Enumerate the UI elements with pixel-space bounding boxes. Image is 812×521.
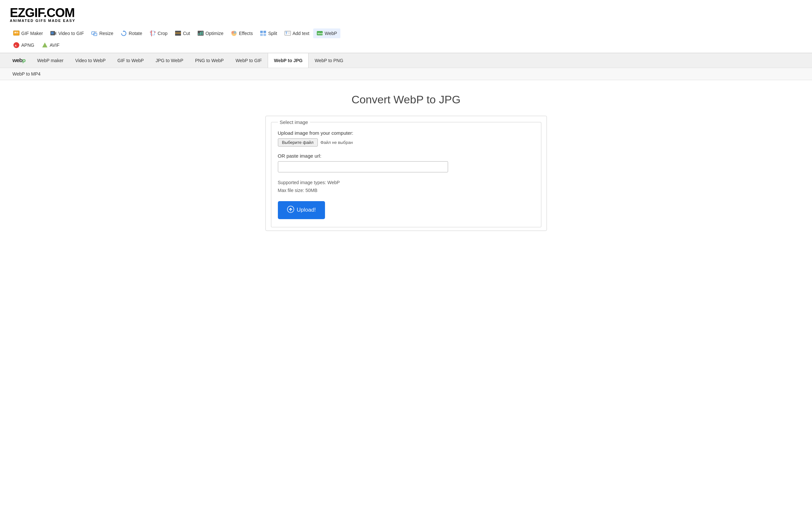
avif-icon — [42, 42, 48, 48]
svg-rect-2 — [17, 32, 18, 33]
upload-from-computer-label: Upload image from your computer: — [278, 130, 534, 136]
upload-box: Select image Upload image from your comp… — [265, 116, 547, 231]
main-content: Convert WebP to JPG Select image Upload … — [249, 80, 563, 244]
nav-add-text-label: Add text — [292, 31, 309, 36]
webp-tab-maker-label: WebP maker — [37, 58, 63, 63]
logo-subtitle: ANIMATED GIFS MADE EASY — [10, 19, 802, 23]
webp-logo-text: webp — [13, 57, 25, 64]
svg-rect-5 — [51, 32, 54, 35]
nav-avif[interactable]: AVIF — [38, 40, 63, 50]
nav-crop[interactable]: Crop — [146, 28, 171, 38]
webp-tab-video-to-webp-label: Video to WebP — [75, 58, 106, 63]
choose-file-button[interactable]: Выберите файл — [278, 138, 318, 146]
split-icon — [260, 30, 266, 37]
svg-point-22 — [234, 31, 236, 34]
svg-rect-1 — [15, 32, 16, 33]
webp-tab-webp-to-png[interactable]: WebP to PNG — [309, 53, 349, 68]
upload-icon — [287, 206, 294, 214]
apng-icon: A — [13, 42, 20, 48]
nav-cut[interactable]: Cut — [172, 28, 193, 38]
no-file-selected-text: Файл не выбран — [321, 140, 353, 145]
svg-rect-19 — [202, 31, 203, 35]
upload-fieldset: Select image Upload image from your comp… — [271, 119, 541, 227]
resize-icon — [91, 30, 97, 37]
nav-apng[interactable]: A APNG — [10, 40, 38, 50]
max-file-size-text: Max file size: 50MB — [278, 187, 534, 195]
webp-tabs-container: webp WebP maker Video to WebP GIF to Web… — [0, 53, 812, 68]
webp-tab-png-to-webp-label: PNG to WebP — [195, 58, 224, 63]
nav-effects-label: Effects — [239, 31, 253, 36]
upload-button[interactable]: Upload! — [278, 201, 325, 219]
svg-rect-25 — [260, 34, 263, 36]
video-to-gif-icon — [50, 30, 57, 37]
svg-marker-35 — [42, 43, 47, 47]
webp-tab-webp-to-gif[interactable]: WebP to GIF — [230, 53, 268, 68]
optimize-icon — [197, 30, 204, 37]
crop-icon — [150, 30, 156, 37]
svg-point-21 — [232, 31, 234, 34]
svg-text:T: T — [285, 31, 287, 35]
nav-add-text[interactable]: T Add text — [281, 28, 312, 38]
upload-legend: Select image — [278, 119, 310, 125]
nav-split-label: Split — [268, 31, 277, 36]
nav-apng-label: APNG — [21, 43, 35, 48]
svg-rect-26 — [263, 34, 266, 36]
webp-tab-maker[interactable]: WebP maker — [31, 53, 69, 68]
webp-nav-icon: WebP — [316, 30, 323, 37]
supported-info: Supported image types: WebP Max file siz… — [278, 179, 534, 195]
nav-webp[interactable]: WebP WebP — [313, 28, 341, 38]
webp-tab-webp-to-jpg[interactable]: WebP to JPG — [268, 53, 309, 68]
add-text-icon: T — [284, 30, 291, 37]
svg-text:WebP: WebP — [317, 32, 323, 35]
upload-button-label: Upload! — [297, 207, 316, 213]
nav-avif-label: AVIF — [50, 43, 60, 48]
svg-rect-23 — [260, 31, 263, 33]
webp-tab-png-to-webp[interactable]: PNG to WebP — [189, 53, 230, 68]
paste-url-label: OR paste image url: — [278, 153, 534, 159]
webp-tab-logo[interactable]: webp — [6, 53, 31, 68]
nav-rotate[interactable]: Rotate — [117, 28, 145, 38]
webp-tab-webp-to-gif-label: WebP to GIF — [236, 58, 262, 63]
svg-text:A: A — [15, 44, 17, 47]
gif-maker-icon — [13, 30, 20, 37]
cut-icon — [175, 30, 181, 37]
nav-crop-label: Crop — [158, 31, 168, 36]
nav-optimize[interactable]: Optimize — [194, 28, 227, 38]
nav-cut-label: Cut — [183, 31, 190, 36]
webp-tab-video-to-webp[interactable]: Video to WebP — [69, 53, 112, 68]
webp-tab-webp-to-jpg-label: WebP to JPG — [274, 58, 302, 63]
webp-tabs: webp WebP maker Video to WebP GIF to Web… — [6, 53, 806, 68]
header: EZGIF.COM ANIMATED GIFS MADE EASY — [0, 0, 812, 26]
nav-gif-maker[interactable]: GIF Maker — [10, 28, 46, 38]
svg-marker-4 — [55, 32, 56, 35]
main-nav: GIF Maker Video to GIF Resize Rotate Cro… — [0, 26, 812, 40]
rotate-icon — [120, 30, 127, 37]
svg-rect-10 — [151, 31, 154, 35]
nav-split[interactable]: Split — [257, 28, 280, 38]
logo: EZGIF.COM — [10, 6, 802, 20]
svg-rect-24 — [263, 31, 266, 33]
nav-optimize-label: Optimize — [205, 31, 223, 36]
webp-tab-gif-to-webp-label: GIF to WebP — [117, 58, 144, 63]
nav-video-to-gif-label: Video to GIF — [58, 31, 84, 36]
page-title: Convert WebP to JPG — [256, 93, 557, 106]
webp-tabs-row2: WebP to MP4 — [0, 68, 812, 80]
file-input-row: Выберите файл Файл не выбран — [278, 138, 534, 146]
nav-effects[interactable]: Effects — [227, 28, 256, 38]
nav-resize[interactable]: Resize — [88, 28, 116, 38]
url-input[interactable] — [278, 161, 448, 172]
webp-tab-gif-to-webp[interactable]: GIF to WebP — [112, 53, 150, 68]
webp-tab-jpg-to-webp[interactable]: JPG to WebP — [150, 53, 189, 68]
nav-rotate-label: Rotate — [129, 31, 142, 36]
webp-tab-webp-to-png-label: WebP to PNG — [314, 58, 343, 63]
nav-gif-maker-label: GIF Maker — [21, 31, 43, 36]
webp-tab-jpg-to-webp-label: JPG to WebP — [155, 58, 183, 63]
svg-rect-17 — [198, 33, 199, 35]
effects-icon — [231, 30, 237, 37]
nav-resize-label: Resize — [99, 31, 113, 36]
supported-types-text: Supported image types: WebP — [278, 179, 534, 187]
webp-tab-webp-to-mp4-label: WebP to MP4 — [13, 71, 41, 76]
svg-rect-18 — [200, 32, 201, 35]
webp-tab-webp-to-mp4[interactable]: WebP to MP4 — [6, 68, 46, 80]
nav-video-to-gif[interactable]: Video to GIF — [47, 28, 87, 38]
